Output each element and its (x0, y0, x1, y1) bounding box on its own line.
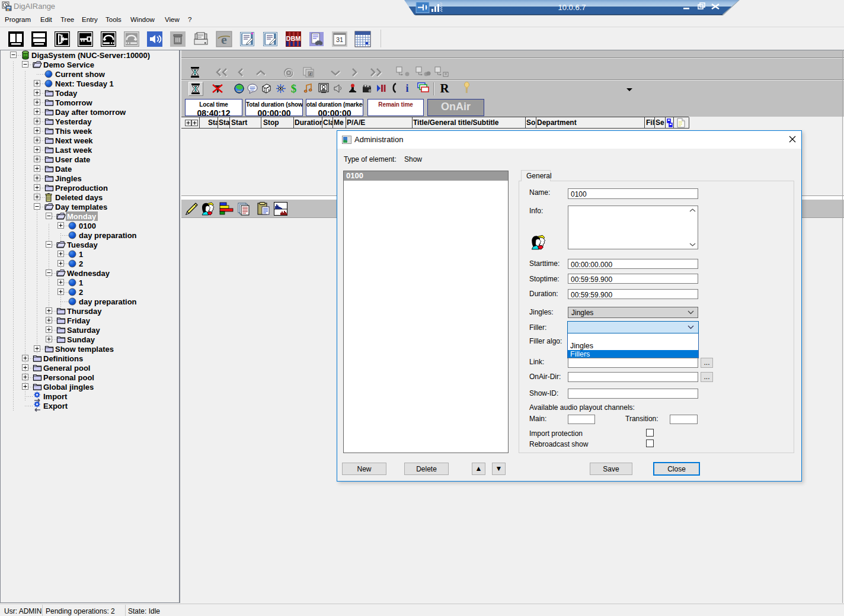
svg-text:31: 31 (336, 36, 343, 43)
svg-text:10.0.6.7: 10.0.6.7 (558, 3, 586, 12)
svg-text:R: R (440, 81, 449, 94)
svg-text:$: $ (291, 82, 297, 94)
svg-text:DBM: DBM (286, 35, 300, 42)
svg-text:‖: ‖ (465, 88, 468, 94)
svg-text:z: z (309, 72, 312, 76)
svg-text:i: i (405, 82, 408, 94)
svg-text:e: e (221, 32, 227, 47)
